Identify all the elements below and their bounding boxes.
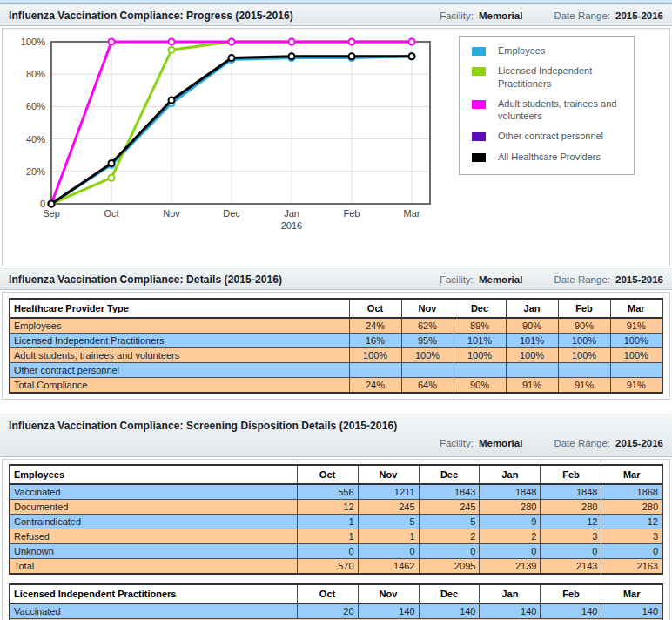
data-point-marker: [289, 53, 295, 59]
value-cell: 91%: [610, 378, 662, 394]
date-range-value: 2015-2016: [615, 438, 663, 448]
month-header-cell: Dec: [454, 299, 506, 318]
date-range-value: 2015-2016: [615, 10, 663, 21]
compliance-progress-chart-panel: 020%40%60%80%100%SepOctNovDecJanFebMar20…: [2, 28, 670, 266]
data-point-marker: [349, 53, 355, 59]
value-cell: 100%: [349, 348, 401, 363]
value-cell: 1: [297, 529, 358, 544]
legend-item: Licensed Independent Practitioners: [472, 64, 625, 90]
value-cell: 89%: [454, 318, 506, 334]
dispo-table: Licensed Independent PractitionersOctNov…: [9, 583, 663, 620]
value-cell: 100%: [610, 348, 662, 363]
x-axis-tick-label: Mar: [404, 208, 420, 219]
value-cell: 280: [480, 500, 541, 515]
employees-disposition-table: EmployeesOctNovDecJanFebMarVaccinated556…: [9, 464, 663, 575]
value-cell: 24%: [349, 378, 401, 394]
row-label: Unknown: [10, 544, 297, 559]
value-cell: 0: [297, 544, 358, 559]
month-header-cell: Feb: [541, 465, 601, 484]
value-cell: 0: [601, 544, 662, 559]
value-cell: 1868: [601, 484, 662, 500]
value-cell: 12: [297, 500, 358, 515]
row-label: Total Compliance: [10, 378, 349, 394]
row-label: Contraindicated: [10, 515, 297, 529]
legend-item: Employees: [472, 44, 625, 57]
value-cell: 280: [541, 500, 601, 515]
x-axis-tick-label: Nov: [163, 208, 180, 219]
value-cell: 140: [419, 603, 480, 619]
x-axis-tick-label: Jan: [284, 208, 299, 219]
value-cell: 101%: [506, 334, 558, 348]
table-row: Total Compliance24%64%90%91%91%91%: [10, 378, 662, 394]
month-header-cell: Mar: [601, 465, 662, 484]
legend-label: All Healthcare Providers: [498, 151, 601, 163]
row-label: Adult students, trainees and volunteers: [10, 348, 349, 363]
table-row: Adult students, trainees and volunteers1…: [10, 348, 662, 363]
screening-section-title: Influenza Vaccination Compliance: Screen…: [9, 420, 663, 432]
value-cell: 100%: [454, 348, 506, 363]
table-title-cell: Healthcare Provider Type: [10, 299, 349, 318]
table-row: Employees24%62%89%90%90%91%: [10, 318, 662, 334]
y-axis-tick-label: 100%: [21, 37, 45, 47]
value-cell: 1: [358, 529, 419, 544]
y-axis-tick-label: 20%: [26, 166, 45, 177]
table-title-cell: Licensed Independent Practitioners: [10, 584, 297, 603]
details-section-title: Influenza Vaccination Compliance: Detail…: [9, 273, 440, 286]
date-range-value: 2015-2016: [615, 274, 663, 285]
legend-item: Other contract personnel: [472, 130, 625, 142]
row-label: Employees: [10, 318, 349, 334]
value-cell: 90%: [558, 318, 610, 334]
value-cell: 140: [480, 603, 541, 619]
value-cell: 3: [601, 529, 662, 544]
month-header-cell: Jan: [506, 299, 558, 318]
value-cell: 91%: [558, 378, 610, 394]
chart-legend: EmployeesLicensed Independent Practition…: [459, 36, 635, 175]
value-cell: 100%: [558, 334, 610, 348]
value-cell: 91%: [506, 378, 558, 394]
value-cell: 95%: [401, 334, 454, 348]
value-cell: 0: [480, 544, 541, 559]
table-row: Unknown000000: [10, 544, 662, 559]
x-axis-tick-label: Oct: [104, 208, 118, 219]
table-row: Vaccinated20140140140140140: [10, 603, 662, 619]
value-cell: [558, 363, 610, 378]
value-cell: 1843: [419, 484, 480, 500]
value-cell: 12: [541, 515, 601, 529]
dispo-table: EmployeesOctNovDecJanFebMarVaccinated556…: [9, 464, 663, 575]
facility-value: Memorial: [479, 10, 523, 21]
value-cell: [454, 363, 506, 378]
month-header-cell: Nov: [358, 584, 419, 603]
value-cell: [401, 363, 454, 378]
y-axis-tick-label: 40%: [26, 134, 45, 145]
value-cell: 1848: [541, 484, 601, 500]
value-cell: [610, 363, 662, 378]
value-cell: 100%: [401, 348, 454, 363]
data-point-marker: [49, 201, 55, 207]
table-row: Total57014622095213921432163: [10, 559, 662, 575]
data-point-marker: [109, 175, 115, 181]
value-cell: 9: [480, 515, 541, 529]
value-cell: 1: [297, 515, 358, 529]
progress-section-header: Influenza Vaccination Compliance: Progre…: [0, 4, 672, 26]
value-cell: 0: [358, 544, 419, 559]
data-point-marker: [409, 39, 415, 45]
row-label: Vaccinated: [10, 603, 297, 619]
facility-label: Facility:: [440, 10, 474, 21]
legend-label: Licensed Independent Practitioners: [498, 64, 625, 90]
table-gap: [9, 575, 663, 583]
month-header-cell: Oct: [297, 465, 358, 484]
date-range-label: Date Range:: [554, 438, 610, 448]
data-point-marker: [169, 97, 175, 103]
row-label: Total: [10, 559, 297, 575]
x-axis-tick-label: Sep: [43, 208, 60, 219]
table-row: Documented12245245280280280: [10, 500, 662, 515]
row-label: Refused: [10, 529, 297, 544]
legend-item: Adult students, trainees and volunteers: [472, 98, 625, 123]
table-row: Vaccinated55612111843184818481868: [10, 484, 662, 500]
legend-swatch-icon: [472, 132, 486, 141]
value-cell: 24%: [349, 318, 401, 334]
month-header-cell: Feb: [541, 584, 601, 603]
month-header-cell: Oct: [349, 299, 401, 318]
details-table: Healthcare Provider TypeOctNovDecJanFebM…: [9, 298, 663, 394]
data-point-marker: [169, 39, 175, 45]
